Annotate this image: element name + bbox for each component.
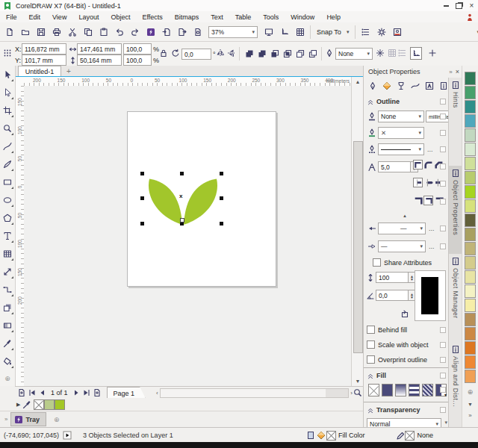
collapse-section-icon[interactable] — [367, 370, 374, 381]
default-nib-icon[interactable] — [400, 309, 410, 320]
account-alert-icon[interactable] — [465, 12, 475, 22]
palette-color-swatch[interactable] — [465, 270, 476, 284]
scroll-thumb[interactable] — [353, 141, 363, 353]
document-color-swatch[interactable] — [55, 399, 65, 410]
palette-color-swatch[interactable] — [465, 72, 476, 85]
selection-handle-sw[interactable] — [140, 222, 144, 225]
drawing-canvas[interactable] — [24, 86, 351, 386]
palette-color-swatch[interactable] — [465, 313, 476, 326]
palette-add-icon[interactable]: ⊕ — [462, 388, 478, 396]
arrow-start-more-button[interactable]: ... — [429, 225, 435, 232]
toolbar-button[interactable] — [1, 24, 17, 40]
pan-zoom-icon[interactable] — [353, 388, 363, 398]
scale-with-object-checkbox[interactable] — [367, 340, 375, 349]
zoom-level-select[interactable]: 37%▾ — [208, 26, 258, 38]
selection-handle-se[interactable] — [220, 222, 223, 225]
mirror-vertical-icon[interactable] — [226, 48, 237, 58]
palette-color-swatch[interactable] — [465, 128, 476, 142]
document-color-swatch[interactable] — [34, 399, 44, 410]
texture-fill-button[interactable] — [422, 384, 433, 396]
palette-color-swatch[interactable] — [465, 143, 476, 156]
menu-item[interactable]: Effects — [136, 12, 168, 22]
outline-pen-nib-icon[interactable] — [367, 79, 379, 93]
docker-vertical-tab[interactable]: Align and Dist... — [449, 342, 462, 433]
toolbox-tool[interactable] — [0, 173, 15, 191]
toolbar-button[interactable] — [174, 24, 190, 40]
cap-butt-button[interactable] — [413, 178, 423, 187]
palette-color-swatch[interactable] — [465, 256, 476, 270]
palette-color-swatch[interactable] — [465, 157, 476, 170]
wrap-text-icon[interactable] — [375, 48, 385, 58]
fill-diamond-icon[interactable] — [381, 79, 393, 93]
palette-color-swatch[interactable] — [465, 171, 476, 184]
docker-close-icon[interactable]: × — [456, 68, 459, 75]
selection-handle-n[interactable] — [180, 172, 184, 175]
palette-flyout-icon[interactable]: » — [462, 412, 478, 419]
toolbox-tool[interactable] — [0, 227, 15, 245]
toolbox-tool[interactable] — [0, 191, 15, 209]
arrange-button[interactable] — [294, 46, 306, 60]
arrange-button[interactable] — [255, 46, 268, 60]
toolbar-button[interactable] — [373, 24, 389, 40]
toolbox-tool[interactable] — [0, 335, 15, 352]
palette-scroll-down-icon[interactable]: ▼ — [462, 402, 478, 407]
selection-center-marker[interactable]: x — [179, 193, 182, 199]
palette-color-swatch[interactable] — [465, 86, 476, 99]
palette-color-swatch[interactable] — [465, 327, 476, 340]
overprint-outline-checkbox[interactable] — [367, 355, 375, 364]
next-page-icon[interactable] — [71, 388, 81, 398]
toolbox-tool[interactable] — [0, 84, 15, 102]
palette-color-swatch[interactable] — [465, 284, 476, 298]
toolbox-tool[interactable] — [0, 102, 15, 119]
toolbar-button[interactable] — [358, 24, 373, 40]
quick-customize-icon[interactable] — [410, 47, 422, 60]
palette-color-swatch[interactable] — [465, 114, 476, 128]
document-color-swatch[interactable] — [44, 399, 55, 410]
outline-width-select[interactable]: None▾ — [378, 111, 424, 122]
y-position-input[interactable]: 101,7 mm — [22, 55, 66, 66]
x-position-input[interactable]: 116,872 mm — [22, 43, 66, 55]
toolbar-button[interactable] — [80, 24, 96, 40]
menu-item[interactable]: Table — [229, 12, 258, 22]
outline-color-select[interactable]: ✕▾ — [378, 127, 424, 139]
toolbar-button[interactable] — [111, 24, 127, 40]
outline-style-select[interactable]: ▾ — [378, 143, 424, 155]
collapse-arrows-icon[interactable]: ▲ — [403, 214, 407, 218]
toolbox-tool[interactable] — [0, 245, 15, 263]
scroll-up-icon[interactable]: ▲ — [352, 77, 364, 84]
transparency-glass-icon[interactable] — [395, 79, 407, 93]
mirror-horizontal-icon[interactable] — [215, 48, 226, 58]
toolbar-button[interactable] — [96, 24, 111, 40]
lock-ratio-icon[interactable] — [158, 48, 169, 58]
menu-item[interactable]: Tools — [257, 12, 285, 22]
toolbar-button[interactable] — [190, 24, 205, 40]
toolbar-button[interactable] — [158, 24, 174, 40]
arrange-button[interactable] — [281, 46, 294, 60]
selection-handle-e[interactable] — [220, 196, 223, 200]
toolbar-button[interactable] — [389, 24, 405, 40]
arrow-end-more-button[interactable]: ... — [429, 243, 435, 250]
behind-fill-checkbox[interactable] — [367, 326, 375, 334]
palette-color-swatch[interactable] — [465, 199, 476, 213]
palette-color-swatch[interactable] — [465, 355, 476, 369]
toolbar-button[interactable] — [127, 24, 143, 40]
palette-flyout-icon[interactable]: ▶ — [16, 402, 20, 408]
add-page-icon[interactable] — [16, 388, 27, 398]
menu-item[interactable]: Edit — [23, 12, 47, 22]
previous-page-icon[interactable] — [37, 388, 48, 398]
arrange-button[interactable] — [268, 46, 281, 60]
character-glyph-icon[interactable] — [423, 79, 435, 93]
palette-color-swatch[interactable] — [465, 100, 476, 113]
palette-color-swatch[interactable] — [465, 341, 476, 355]
collapse-section-icon[interactable] — [367, 405, 374, 415]
vertical-scrollbar[interactable]: ▲ ▼ — [351, 77, 364, 386]
angle-input[interactable]: 0,0 — [181, 49, 211, 60]
no-fill-button[interactable] — [368, 384, 379, 396]
transparency-mode-select[interactable]: Normal▾ — [367, 418, 441, 427]
selection-handle-ne[interactable] — [220, 172, 223, 175]
style-more-button[interactable]: ... — [427, 146, 433, 153]
horizontal-scroll-track[interactable] — [160, 388, 350, 398]
palette-color-swatch[interactable] — [465, 299, 476, 312]
outline-width-select[interactable]: None▾ — [335, 48, 373, 60]
toolbox-tool[interactable] — [0, 281, 15, 299]
